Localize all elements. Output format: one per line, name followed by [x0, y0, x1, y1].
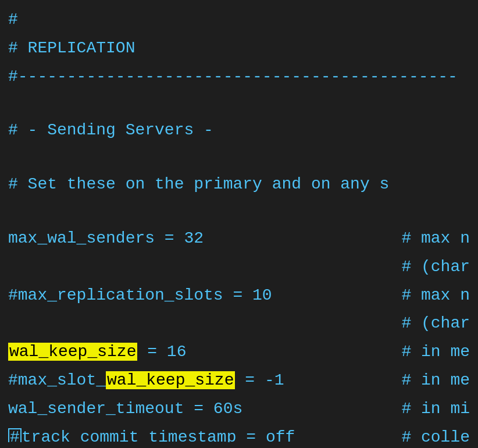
hash-boxed: # — [8, 428, 22, 442]
code-right: # max n — [401, 226, 470, 252]
line-max-slot-wal: #max_slot_wal_keep_size = -1 # in me — [0, 367, 478, 395]
code-left: wal_sender_timeout = 60s — [8, 396, 242, 422]
line-text: #---------------------------------------… — [8, 64, 458, 90]
line-sending-servers: # - Sending Servers - — [0, 116, 478, 145]
code-right: # in me — [401, 339, 470, 365]
line-hash: # — [0, 6, 478, 34]
code-left: max_wal_senders = 32 — [8, 226, 204, 252]
line-text: # — [8, 7, 18, 33]
line-replication: # REPLICATION — [0, 34, 478, 63]
line-track-commit: #track_commit_timestamp = off # colle — [0, 424, 478, 442]
code-right: # in mi — [401, 396, 470, 422]
line-wal-keep-size: wal_keep_size = 16 # in me — [0, 338, 478, 367]
line-wal-sender-timeout: wal_sender_timeout = 60s # in mi — [0, 395, 478, 424]
line-max-wal-senders-2: # (char — [0, 253, 478, 282]
line-max-replication-slots-2: # (char — [0, 310, 478, 338]
line-empty-1 — [0, 91, 478, 116]
line-empty-2 — [0, 145, 478, 170]
line-set-these: # Set these on the primary and on any s — [0, 170, 478, 199]
code-prefix: #max_slot_ — [8, 371, 106, 389]
line-max-replication-slots: #max_replication_slots = 10 # max n — [0, 282, 478, 310]
code-left: wal_keep_size = 16 — [8, 339, 186, 365]
code-rest: track_commit_timestamp = off — [22, 428, 295, 442]
code-right: # colle — [401, 425, 470, 442]
line-text: # REPLICATION — [8, 35, 135, 62]
code-editor: # # REPLICATION #-----------------------… — [0, 6, 478, 442]
code-suffix: = -1 — [235, 371, 284, 389]
line-text: # (char — [401, 254, 470, 280]
line-empty-3 — [0, 199, 478, 225]
code-equals: = 16 — [137, 343, 186, 361]
line-text: # (char — [401, 311, 470, 337]
line-text: # - Sending Servers - — [8, 118, 213, 144]
highlight-wal-keep-size-2: wal_keep_size — [106, 371, 235, 389]
line-separator: #---------------------------------------… — [0, 63, 478, 91]
code-left: #max_slot_wal_keep_size = -1 — [8, 368, 284, 394]
code-right: # in me — [401, 368, 470, 394]
code-left: #track_commit_timestamp = off — [8, 425, 295, 442]
code-left: #max_replication_slots = 10 — [8, 283, 272, 309]
code-right: # max n — [401, 283, 470, 309]
line-max-wal-senders: max_wal_senders = 32 # max n — [0, 225, 478, 253]
line-text: # Set these on the primary and on any s — [8, 172, 389, 198]
highlight-wal-keep-size: wal_keep_size — [8, 343, 137, 361]
